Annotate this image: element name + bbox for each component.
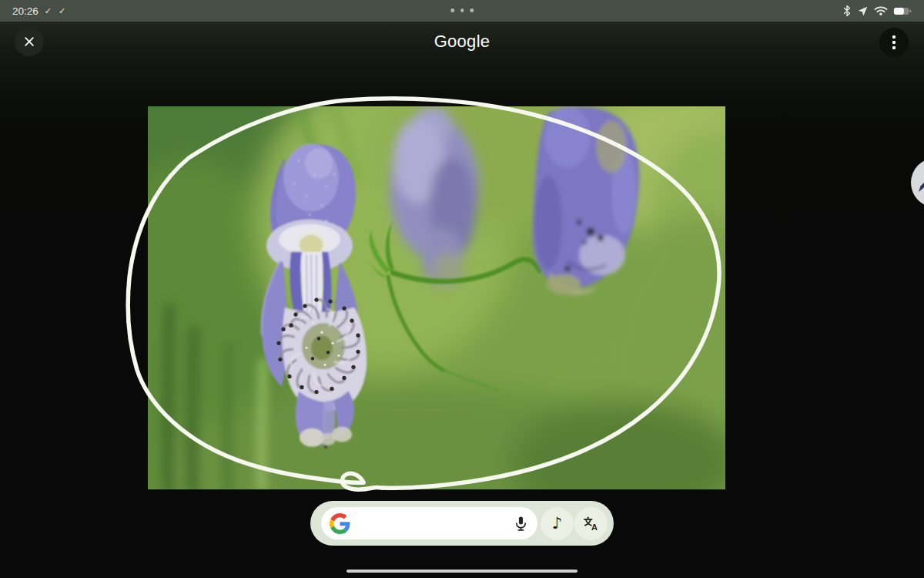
gesture-nav-handle[interactable]	[346, 570, 578, 573]
translate-a-glyph: A	[591, 523, 598, 532]
google-g-icon	[330, 513, 350, 534]
location-arrow-icon	[857, 5, 869, 17]
kebab-dot	[892, 35, 896, 39]
message-check-icons: ✓ ✓	[45, 6, 69, 16]
music-note-icon: ♪	[552, 516, 562, 532]
mic-button[interactable]	[510, 512, 531, 534]
translate-button[interactable]: A	[574, 507, 608, 540]
clock: 20:26	[12, 5, 38, 17]
kebab-dot	[892, 41, 896, 44]
mic-icon	[512, 515, 530, 533]
status-bar: 20:26 ✓ ✓	[0, 0, 924, 22]
google-logo: Google	[0, 32, 924, 52]
pencil-icon	[915, 171, 924, 194]
android-screen: 20:26 ✓ ✓	[0, 0, 924, 578]
translate-icon: A	[582, 515, 600, 533]
battery-icon	[893, 6, 912, 16]
stylus-edit-fab[interactable]	[911, 158, 924, 207]
status-handle-dots	[450, 8, 474, 12]
circle-to-search-overlay: Google	[0, 22, 924, 578]
flower-photo	[148, 106, 725, 489]
wifi-icon	[874, 5, 888, 16]
search-field[interactable]	[321, 507, 537, 539]
bluetooth-icon	[842, 5, 852, 17]
kebab-menu-button[interactable]	[879, 28, 909, 57]
search-input[interactable]	[355, 516, 505, 531]
search-bar: ♪ A	[310, 501, 614, 546]
kebab-dot	[892, 46, 896, 49]
music-search-button[interactable]: ♪	[541, 507, 574, 540]
